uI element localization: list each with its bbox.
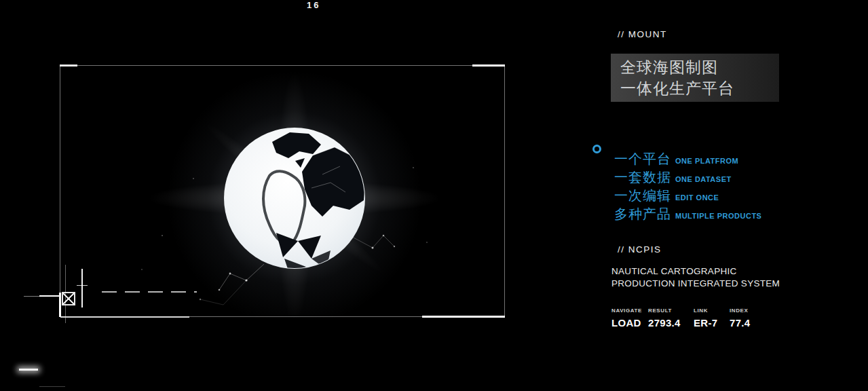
hud-bottom-rule [39,386,65,387]
feature-zh: 一套数据 [614,168,671,187]
feature-item-one-platform: 一个平台 ONE PLATFROM [614,150,761,168]
stat-label: NAVIGATE [611,308,648,314]
hud-vertical-rule-dim [65,265,66,323]
hud-rule-bright [39,295,61,297]
feature-item-edit-once: 一次编辑 EDIT ONCE [614,187,761,205]
bullet-ring-icon [592,145,601,153]
stat-link: LINK ER-7 [694,308,730,329]
feature-en: ONE PLATFROM [675,157,738,165]
stat-result: RESULT 2793.4 [648,308,694,329]
hud-glow-marker [19,369,38,371]
hud-dashed-rule [102,291,197,293]
stat-label: LINK [694,308,730,314]
hud-vertical-rule [81,269,83,308]
feature-zh: 一个平台 [614,150,671,168]
frame-counter: 16 [307,0,320,10]
globe-viewport-frame [60,65,505,317]
stat-value: 77.4 [730,317,763,329]
feature-en: ONE DATASET [675,175,732,183]
product-title-box: 全球海图制图 一体化生产平台 [611,54,779,102]
stage: 16 [0,0,868,391]
stat-value: LOAD [611,317,648,329]
crossed-square-icon [62,292,75,305]
product-title-line2: 一体化生产平台 [620,78,779,99]
feature-en: MULTIPLE PRODUCTS [675,212,761,220]
stat-label: INDEX [730,308,763,314]
stat-label: RESULT [648,308,694,314]
feature-en: EDIT ONCE [675,193,719,202]
ncpis-label: // NCPIS [618,244,662,255]
feature-item-one-dataset: 一套数据 ONE DATASET [614,168,761,187]
mount-label: // MOUNT [618,29,667,39]
product-title-line1: 全球海图制图 [620,57,779,78]
hud-rule-dim [24,296,40,297]
stat-navigate: NAVIGATE LOAD [611,308,648,329]
stat-value: 2793.4 [648,317,694,329]
system-name-line2: PRODUCTION INTEGRATED SYSTEM [611,278,780,290]
system-name-line1: NAUTICAL CARTOGRAPHIC [611,265,780,278]
hud-tick [77,285,88,286]
feature-item-multiple-products: 多种产品 MULTIPLE PRODUCTS [614,205,761,223]
feature-zh: 多种产品 [614,205,671,223]
stat-index: INDEX 77.4 [730,308,763,329]
feature-list: 一个平台 ONE PLATFROM 一套数据 ONE DATASET 一次编辑 … [614,150,761,223]
stat-value: ER-7 [694,317,730,329]
globe-graphic [60,66,506,318]
system-name: NAUTICAL CARTOGRAPHIC PRODUCTION INTEGRA… [611,265,780,290]
feature-zh: 一次编辑 [614,187,671,205]
status-readout: NAVIGATE LOAD RESULT 2793.4 LINK ER-7 IN… [611,308,763,329]
